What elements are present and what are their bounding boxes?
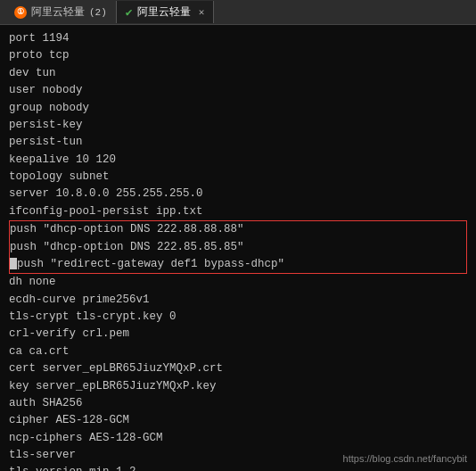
code-line-2: proto tcp — [9, 47, 467, 64]
check-icon: ✔ — [126, 5, 133, 20]
tab-label-1: 阿里云轻量 — [31, 4, 85, 20]
code-line-11: ifconfig-pool-persist ipp.txt — [9, 203, 467, 220]
code-line-10: server 10.8.0.0 255.255.255.0 — [9, 186, 467, 202]
tab-aliyun-active[interactable]: ✔ 阿里云轻量 ✕ — [117, 1, 214, 23]
code-line-24: ncp-ciphers AES-128-GCM — [9, 430, 467, 447]
code-line-17: tls-crypt tls-crypt.key 0 — [9, 309, 467, 326]
code-line-20: cert server_epLBR65JiuzYMQxP.crt — [9, 360, 467, 377]
watermark: https://blog.csdn.net/fancybit — [343, 453, 467, 464]
code-line-14: push "redirect-gateway def1 bypass-dhcp" — [10, 256, 466, 273]
code-line-4: user nobody — [9, 82, 467, 99]
code-line-13: push "dhcp-option DNS 222.85.85.85" — [10, 239, 466, 256]
code-line-9: topology subnet — [9, 169, 467, 186]
code-line-16: ecdh-curve prime256v1 — [9, 292, 467, 309]
code-line-19: ca ca.crt — [9, 343, 467, 360]
editor-area: port 1194 proto tcp dev tun user nobody … — [0, 25, 476, 471]
title-bar: ① 阿里云轻量 (2) ✔ 阿里云轻量 ✕ — [0, 0, 476, 25]
aliyun-circle-icon: ① — [14, 6, 27, 19]
code-line-3: dev tun — [9, 65, 467, 82]
code-line-8: keepalive 10 120 — [9, 152, 467, 169]
tab-aliyun-inactive[interactable]: ① 阿里云轻量 (2) — [5, 1, 117, 23]
code-line-15: dh none — [9, 274, 467, 291]
tab-count: (2) — [89, 7, 107, 18]
code-line-6: persist-key — [9, 117, 467, 134]
code-line-5: group nobody — [9, 100, 467, 117]
code-line-12: push "dhcp-option DNS 222.88.88.88" — [10, 221, 466, 238]
code-line-1: port 1194 — [9, 30, 467, 47]
code-line-18: crl-verify crl.pem — [9, 326, 467, 343]
code-line-22: auth SHA256 — [9, 395, 467, 412]
highlight-box: push "dhcp-option DNS 222.88.88.88" push… — [9, 220, 467, 274]
cursor-block — [10, 258, 17, 269]
tab-label-2: 阿里云轻量 — [137, 4, 191, 20]
code-line-23: cipher AES-128-GCM — [9, 412, 467, 429]
code-line-21: key server_epLBR65JiuzYMQxP.key — [9, 378, 467, 395]
code-line-26: tls-version-min 1.2 — [9, 464, 467, 471]
tab-close-button[interactable]: ✕ — [199, 6, 205, 18]
code-line-7: persist-tun — [9, 134, 467, 151]
